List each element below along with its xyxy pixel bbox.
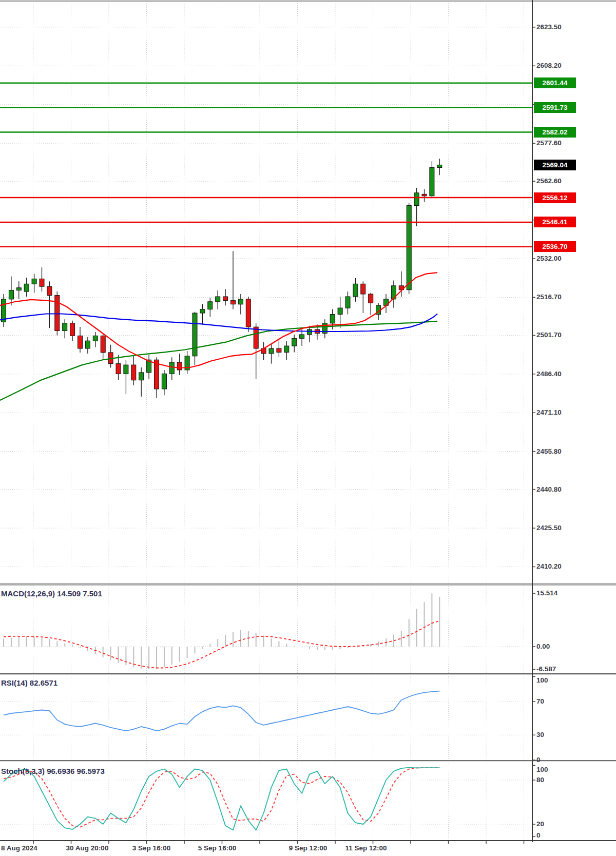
price-axis-tick: 15.514	[536, 589, 557, 597]
price-level-badge-support: 2556.12	[534, 192, 576, 203]
price-level-badge-support: 2536.70	[534, 241, 576, 252]
price-axis-tick: 2532.00	[536, 255, 562, 262]
time-axis-label: 30 Aug 20:00	[66, 844, 109, 852]
rsi-indicator-label: RSI(14) 82.6571	[1, 678, 57, 687]
price-axis-tick: 2577.60	[536, 139, 562, 147]
price-axis-tick: 0	[536, 831, 541, 839]
time-axis-label: 3 Sep 16:00	[132, 844, 170, 852]
trading-chart-window: MACD(12,26,9) 14.509 7.501 RSI(14) 82.65…	[0, 0, 616, 856]
price-axis-tick: 2608.20	[536, 62, 562, 69]
price-axis-tick: 2562.60	[536, 177, 562, 185]
price-axis-tick: 2501.70	[536, 331, 562, 339]
price-level-badge-resistance: 2601.44	[534, 77, 576, 88]
stoch-indicator-label: Stoch(5,3,3) 96.6936 96.5973	[1, 767, 105, 775]
price-level-badge-resistance: 2591.73	[534, 102, 576, 113]
chart-canvas[interactable]	[0, 0, 616, 856]
price-axis-tick: -6.587	[536, 665, 556, 673]
price-axis-tick: 100	[536, 676, 548, 684]
price-axis-tick: 70	[536, 697, 544, 705]
price-axis-tick: 2455.80	[536, 448, 562, 455]
time-axis-label: 8 Aug 2024	[1, 844, 37, 852]
price-axis-tick: 2410.20	[536, 562, 562, 570]
price-axis-tick: 2623.50	[536, 23, 562, 31]
price-axis-tick: 2486.40	[536, 370, 562, 378]
price-axis-tick: 0	[536, 756, 541, 764]
price-axis-tick: 2425.50	[536, 524, 562, 532]
price-level-badge-resistance: 2582.02	[534, 127, 576, 138]
time-axis-label: 9 Sep 12:00	[289, 844, 327, 852]
price-axis-tick: 20	[536, 820, 544, 828]
price-axis-tick: 30	[536, 731, 544, 738]
price-axis-tick: 2471.10	[536, 408, 562, 416]
price-axis-tick: 0.00	[536, 643, 550, 650]
time-axis-label: 11 Sep 12:00	[345, 844, 387, 852]
price-axis-tick: 100	[536, 766, 548, 773]
macd-indicator-label: MACD(12,26,9) 14.509 7.501	[1, 589, 102, 598]
price-level-badge-support: 2546.41	[534, 217, 576, 227]
price-level-badge-current: 2569.04	[534, 160, 576, 170]
price-axis-tick: 2516.70	[536, 293, 562, 301]
time-axis-label: 5 Sep 16:00	[198, 844, 236, 852]
price-axis-tick: 2440.80	[536, 485, 562, 493]
price-axis-tick: 80	[536, 776, 544, 784]
